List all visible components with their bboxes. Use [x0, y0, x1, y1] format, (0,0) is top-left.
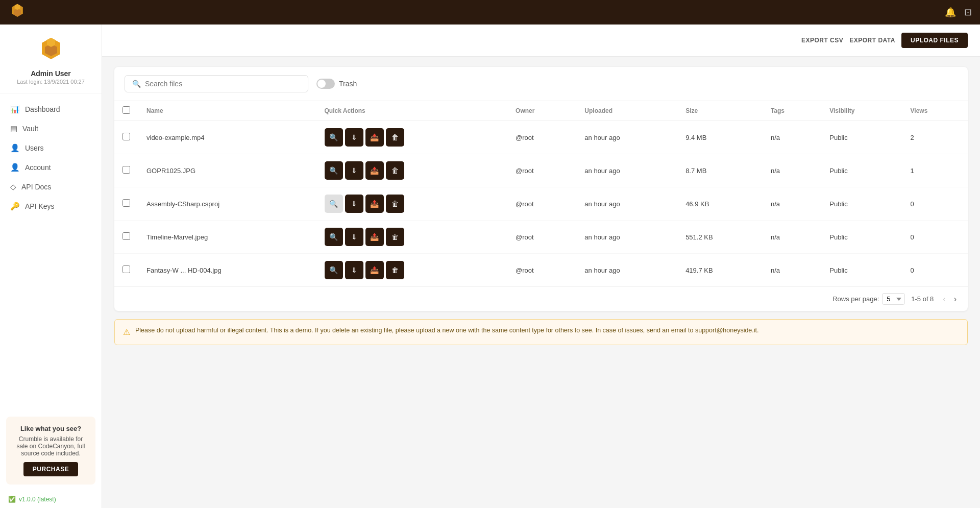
- topbar: 🔔 ⊡: [0, 0, 980, 25]
- vault-icon: ▤: [10, 124, 17, 133]
- sidebar: Admin User Last login: 13/9/2021 00:27 📊…: [0, 25, 102, 508]
- file-visibility: Public: [821, 254, 902, 287]
- purchase-button[interactable]: PURCHASE: [23, 462, 78, 476]
- sidebar-nav: 📊 Dashboard ▤ Vault 👤 Users 👤 Account ◇ …: [0, 93, 102, 410]
- export-data-button[interactable]: EXPORT DATA: [849, 37, 895, 44]
- delete-button[interactable]: 🗑: [386, 261, 404, 279]
- select-all-checkbox[interactable]: [122, 106, 130, 114]
- sidebar-item-label: Users: [25, 144, 44, 152]
- file-size: 551.2 KB: [677, 221, 763, 254]
- search-input[interactable]: [145, 80, 301, 88]
- delete-button[interactable]: 🗑: [386, 128, 404, 147]
- file-uploaded: an hour ago: [576, 154, 677, 187]
- table-row: Timeline-Marvel.jpeg🔍⇓📤🗑@rootan hour ago…: [114, 221, 968, 254]
- next-page-button[interactable]: ›: [951, 294, 960, 305]
- upload-files-button[interactable]: UPLOAD FILES: [901, 33, 968, 48]
- table-header-row: Name Quick Actions Owner Uploaded Size T…: [114, 101, 968, 121]
- row-checkbox[interactable]: [122, 232, 130, 240]
- download-button[interactable]: ⇓: [345, 128, 363, 147]
- sidebar-item-label: Dashboard: [25, 105, 60, 113]
- rows-per-page-select[interactable]: 5 10 25: [882, 293, 905, 305]
- file-size: 46.9 KB: [677, 187, 763, 221]
- promo-text: Crumble is available for sale on CodeCan…: [14, 436, 87, 457]
- delete-button[interactable]: 🗑: [386, 195, 404, 213]
- file-name: GOPR1025.JPG: [138, 154, 316, 187]
- preview-button[interactable]: 🔍: [325, 161, 343, 180]
- search-box[interactable]: 🔍: [125, 75, 308, 92]
- rows-per-page: Rows per page: 5 10 25: [832, 293, 905, 305]
- layout-icon[interactable]: ⊡: [964, 7, 972, 18]
- file-tags: n/a: [763, 254, 821, 287]
- promo-title: Like what you see?: [14, 425, 87, 432]
- delete-button[interactable]: 🗑: [386, 228, 404, 246]
- row-checkbox[interactable]: [122, 265, 130, 273]
- users-icon: 👤: [10, 143, 20, 153]
- rows-per-page-label: Rows per page:: [832, 295, 879, 303]
- file-views: 1: [902, 154, 968, 187]
- table-row: GOPR1025.JPG🔍⇓📤🗑@rootan hour ago8.7 MBn/…: [114, 154, 968, 187]
- sidebar-user: Admin User Last login: 13/9/2021 00:27: [0, 25, 102, 93]
- preview-button[interactable]: 🔍: [325, 195, 343, 213]
- file-name: Timeline-Marvel.jpeg: [138, 221, 316, 254]
- download-button[interactable]: ⇓: [345, 195, 363, 213]
- sidebar-item-users[interactable]: 👤 Users: [0, 138, 102, 158]
- share-button[interactable]: 📤: [365, 128, 384, 147]
- notification-icon[interactable]: 🔔: [945, 7, 956, 18]
- prev-page-button[interactable]: ‹: [940, 294, 948, 305]
- download-button[interactable]: ⇓: [345, 161, 363, 180]
- delete-button[interactable]: 🗑: [386, 161, 404, 180]
- th-checkbox: [114, 101, 138, 121]
- file-visibility: Public: [821, 221, 902, 254]
- logo: [8, 3, 27, 21]
- file-actions: 🔍⇓📤🗑: [316, 254, 508, 287]
- share-button[interactable]: 📤: [365, 195, 384, 213]
- files-toolbar: 🔍 Trash: [114, 67, 968, 101]
- th-views: Views: [902, 101, 968, 121]
- warning-text: Please do not upload harmful or illegal …: [135, 326, 759, 335]
- file-actions: 🔍⇓📤🗑: [316, 221, 508, 254]
- download-button[interactable]: ⇓: [345, 261, 363, 279]
- file-tags: n/a: [763, 187, 821, 221]
- sidebar-item-account[interactable]: 👤 Account: [0, 158, 102, 177]
- file-uploaded: an hour ago: [576, 254, 677, 287]
- file-owner: @root: [507, 187, 576, 221]
- file-actions: 🔍⇓📤🗑: [316, 121, 508, 154]
- main-header: EXPORT CSV EXPORT DATA UPLOAD FILES: [102, 25, 980, 57]
- file-name: Assembly-CSharp.csproj: [138, 187, 316, 221]
- file-views: 0: [902, 221, 968, 254]
- file-views: 2: [902, 121, 968, 154]
- share-button[interactable]: 📤: [365, 161, 384, 180]
- share-button[interactable]: 📤: [365, 261, 384, 279]
- preview-button[interactable]: 🔍: [325, 228, 343, 246]
- sidebar-item-dashboard[interactable]: 📊 Dashboard: [0, 100, 102, 119]
- export-csv-button[interactable]: EXPORT CSV: [801, 37, 843, 44]
- share-button[interactable]: 📤: [365, 228, 384, 246]
- toggle-knob: [317, 80, 326, 88]
- table-row: Fantasy-W ... HD-004.jpg🔍⇓📤🗑@rootan hour…: [114, 254, 968, 287]
- row-checkbox[interactable]: [122, 166, 130, 174]
- dashboard-icon: 📊: [10, 105, 20, 114]
- avatar: [37, 37, 65, 65]
- file-owner: @root: [507, 254, 576, 287]
- table-footer: Rows per page: 5 10 25 1-5 of 8 ‹ ›: [114, 286, 968, 311]
- download-button[interactable]: ⇓: [345, 228, 363, 246]
- th-quick-actions: Quick Actions: [316, 101, 508, 121]
- user-name: Admin User: [8, 69, 93, 78]
- th-owner: Owner: [507, 101, 576, 121]
- trash-toggle-switch[interactable]: [316, 79, 335, 89]
- file-visibility: Public: [821, 121, 902, 154]
- row-checkbox[interactable]: [122, 133, 130, 140]
- preview-button[interactable]: 🔍: [325, 261, 343, 279]
- topbar-actions: 🔔 ⊡: [945, 7, 972, 18]
- preview-button[interactable]: 🔍: [325, 128, 343, 147]
- sidebar-item-api-keys[interactable]: 🔑 API Keys: [0, 197, 102, 216]
- file-actions: 🔍⇓📤🗑: [316, 187, 508, 221]
- warning-banner: ⚠ Please do not upload harmful or illega…: [114, 319, 968, 345]
- account-icon: 👤: [10, 163, 20, 172]
- version-text: v1.0.0 (latest): [19, 496, 56, 503]
- sidebar-item-vault[interactable]: ▤ Vault: [0, 119, 102, 138]
- th-visibility: Visibility: [821, 101, 902, 121]
- sidebar-item-api-docs[interactable]: ◇ API Docs: [0, 177, 102, 197]
- page-navigation: ‹ ›: [940, 294, 960, 305]
- row-checkbox[interactable]: [122, 199, 130, 207]
